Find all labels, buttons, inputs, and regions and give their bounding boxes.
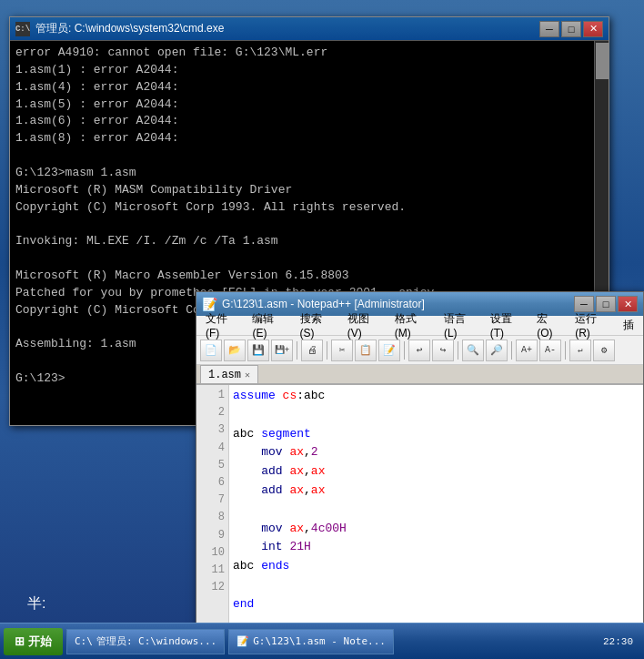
toolbar-zoom-in[interactable]: A+ (516, 340, 538, 361)
toolbar-open[interactable]: 📂 (224, 340, 246, 361)
cmd-line: 1.asm(4) : error A2044: (15, 79, 587, 96)
code-token: abc (233, 559, 261, 573)
npp-toolbar: 📄 📂 💾 💾+ 🖨 ✂ 📋 📝 ↩ ↪ 🔍 🔎 A+ A- ↵ ⚙ (196, 336, 643, 365)
toolbar-find[interactable]: 🔍 (462, 340, 484, 361)
toolbar-save[interactable]: 💾 (247, 340, 269, 361)
code-token (233, 464, 261, 478)
code-token: ax (311, 464, 326, 478)
cmd-line: 1.asm(8) : error A2044: (15, 130, 587, 147)
cmd-line: 1.asm(6) : error A2044: (15, 113, 587, 130)
tab-close-icon[interactable]: ✕ (245, 370, 250, 380)
cmd-line (15, 250, 587, 268)
npp-menu-item[interactable]: 搜索(S) (295, 309, 340, 341)
start-label: 开始 (28, 634, 52, 650)
code-token (233, 540, 261, 553)
toolbar-saveall[interactable]: 💾+ (271, 340, 293, 361)
code-token: ax (289, 522, 304, 535)
toolbar-settings[interactable]: ⚙ (593, 340, 615, 361)
npp-menubar: 文件(F)编辑(E)搜索(S)视图(V)格式(M)语言(L)设置(T)宏(O)运… (196, 316, 643, 336)
cmd-line: Microsoft (R) Macro Assembler Version 6.… (15, 268, 587, 285)
toolbar-zoom-out[interactable]: A- (539, 340, 561, 361)
npp-menu-item[interactable]: 文件(F) (200, 309, 245, 341)
npp-close-button[interactable]: ✕ (618, 296, 638, 312)
taskbar-tray: 22:30 (603, 636, 640, 647)
gutter-number: 2 (196, 404, 225, 421)
cmd-scrollbar-thumb[interactable] (596, 43, 609, 79)
taskbar-npp-label: G:\123\1.asm - Note... (253, 635, 386, 647)
toolbar-wrap[interactable]: ↵ (569, 340, 591, 361)
code-token: , (304, 483, 311, 497)
code-token: mov (261, 445, 289, 459)
code-line: mov ax,2 (233, 443, 639, 462)
code-line: assume cs:abc (233, 387, 639, 406)
npp-menu-item[interactable]: 视图(V) (342, 309, 387, 341)
npp-title: G:\123\1.asm - Notepad++ [Administrator] (222, 298, 574, 310)
toolbar-print[interactable]: 🖨 (301, 340, 323, 361)
code-token: segment (261, 427, 311, 441)
gutter-number: 10 (196, 544, 225, 562)
toolbar-cut[interactable]: ✂ (331, 340, 353, 361)
code-line: abc ends (233, 557, 639, 576)
code-token: ax (289, 483, 304, 497)
code-token: add (261, 483, 289, 497)
taskbar-npp-icon: 📝 (236, 635, 249, 647)
taskbar-item-cmd[interactable]: C:\ 管理员: C:\windows... (66, 629, 225, 654)
npp-menu-item[interactable]: 格式(M) (389, 309, 437, 341)
toolbar-redo[interactable]: ↪ (432, 340, 454, 361)
cmd-title: 管理员: C:\windows\system32\cmd.exe (35, 21, 539, 36)
code-token: add (261, 464, 289, 478)
taskbar-cmd-label: 管理员: C:\windows... (96, 634, 216, 648)
toolbar-sep3 (404, 341, 405, 360)
code-line (233, 501, 639, 520)
cmd-icon: C:\ (15, 22, 30, 36)
cmd-window-controls: ─ □ ✕ (539, 21, 603, 37)
toolbar-undo[interactable]: ↩ (408, 340, 430, 361)
code-token: ends (261, 559, 289, 573)
taskbar-item-npp[interactable]: 📝 G:\123\1.asm - Note... (228, 629, 394, 654)
code-token: 4c00H (311, 522, 347, 535)
desktop-label: 半: (27, 594, 45, 613)
toolbar-new[interactable]: 📄 (200, 340, 222, 361)
cmd-line: error A4910: cannot open file: G:\123\ML… (15, 45, 587, 62)
npp-tab-1asm[interactable]: 1.asm ✕ (200, 365, 258, 383)
cmd-close-button[interactable]: ✕ (583, 21, 603, 37)
npp-menu-item[interactable]: 编辑(E) (247, 309, 292, 341)
toolbar-replace[interactable]: 🔎 (486, 340, 508, 361)
cmd-minimize-button[interactable]: ─ (539, 21, 559, 37)
code-line: int 21H (233, 538, 639, 557)
npp-menu-item[interactable]: 插 (618, 316, 639, 335)
npp-menu-item[interactable]: 运行(R) (569, 309, 616, 341)
toolbar-copy[interactable]: 📋 (355, 340, 377, 361)
code-line: add ax,ax (233, 462, 639, 482)
toolbar-sep5 (511, 341, 512, 360)
code-token: ax (289, 445, 304, 459)
cmd-line: 1.asm(1) : error A2044: (15, 62, 587, 79)
code-line (233, 576, 639, 595)
gutter-number: 4 (196, 440, 225, 457)
npp-menu-item[interactable]: 宏(O) (531, 309, 568, 341)
code-token: :abc (297, 389, 325, 402)
gutter-number: 6 (196, 474, 225, 492)
code-token: ax (311, 483, 326, 497)
npp-menu-item[interactable]: 设置(T) (485, 309, 529, 341)
npp-menu-item[interactable]: 语言(L) (438, 309, 483, 341)
code-token: assume (233, 389, 283, 402)
code-line: mov ax,4c00H (233, 520, 639, 539)
code-token: abc (233, 427, 261, 441)
cmd-line (15, 216, 587, 233)
code-token: , (304, 464, 311, 478)
cmd-line (15, 147, 587, 165)
gutter-number: 7 (196, 492, 225, 509)
npp-code-lines[interactable]: assume cs:abc abc segment mov ax,2 add a… (229, 385, 643, 658)
notepadpp-window: 📝 G:\123\1.asm - Notepad++ [Administrato… (196, 291, 644, 659)
cmd-titlebar: C:\ 管理员: C:\windows\system32\cmd.exe ─ □… (10, 17, 609, 41)
gutter-number: 11 (196, 562, 225, 579)
toolbar-sep2 (327, 341, 327, 360)
toolbar-paste[interactable]: 📝 (378, 340, 400, 361)
code-line: abc segment (233, 425, 639, 444)
cmd-line: G:\123>masm 1.asm (15, 165, 587, 182)
cmd-maximize-button[interactable]: □ (561, 21, 581, 37)
npp-gutter: 123456789101112 (196, 385, 229, 658)
code-token: 21H (289, 540, 310, 553)
start-button[interactable]: ⊞ 开始 (4, 628, 63, 655)
